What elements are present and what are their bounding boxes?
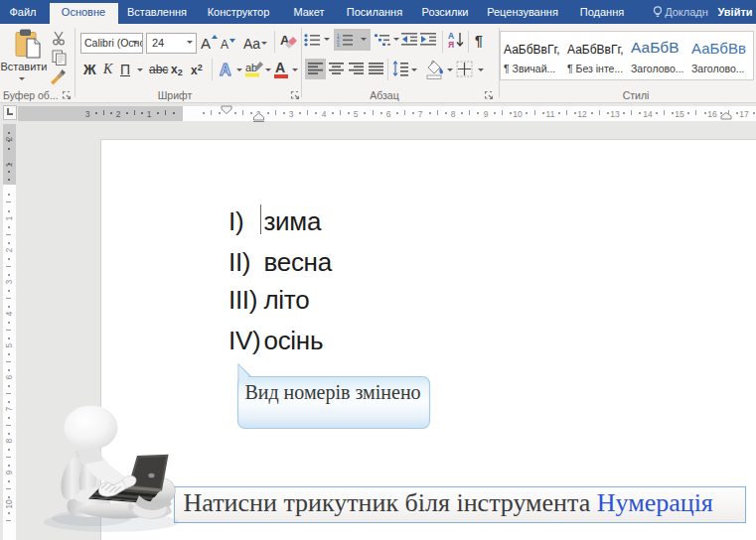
svg-text:3.: 3. <box>337 43 341 47</box>
svg-text:А: А <box>220 62 231 78</box>
svg-text:Я: Я <box>448 40 454 49</box>
